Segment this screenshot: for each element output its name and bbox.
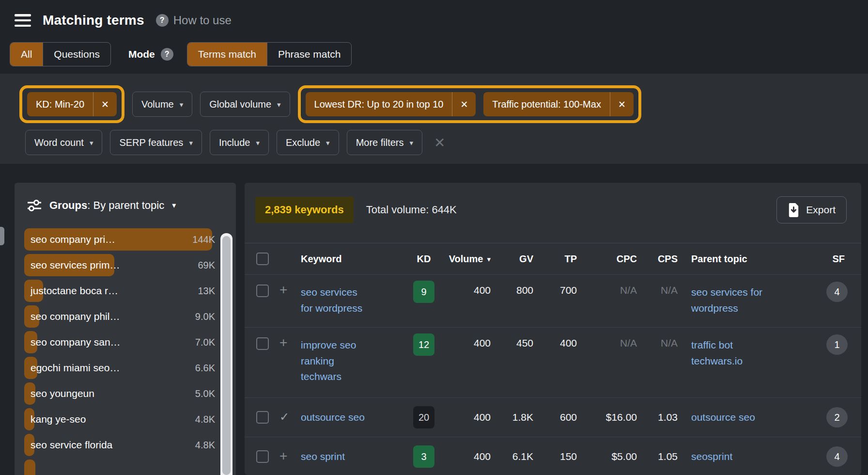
keyword-link[interactable]: outsource seo	[301, 410, 365, 426]
filter-dropdown-volume[interactable]: Volume ▾	[132, 92, 192, 117]
col-header-gv[interactable]: GV	[491, 253, 533, 265]
highlight-box-kd: KD: Min-20 ✕	[19, 85, 124, 123]
mode-question-icon[interactable]: ?	[161, 48, 173, 61]
kd-badge: 9	[413, 281, 434, 303]
add-keyword-icon[interactable]: +	[279, 448, 287, 463]
add-keyword-icon[interactable]: +	[279, 335, 287, 350]
sliders-icon	[27, 199, 42, 212]
parent-topic-link[interactable]: seosprint	[691, 449, 732, 465]
cps-value: 1.03	[637, 412, 678, 423]
cps-value: N/A	[637, 337, 678, 349]
group-item-value: 144K	[192, 228, 215, 251]
sort-caret-down-icon: ▾	[487, 255, 491, 263]
filter-row-1: KD: Min-20 ✕ Volume ▾ Global volume ▾ Lo…	[19, 85, 641, 123]
group-item[interactable]: seo services prim… 69K	[24, 254, 212, 276]
table-row: ✓ outsource seo 20 400 1.8K 600 $16.00 1…	[245, 398, 861, 437]
caret-down-icon: ▾	[326, 139, 330, 146]
col-header-cps[interactable]: CPS	[637, 253, 678, 265]
clear-filters-icon[interactable]: ✕	[434, 135, 445, 151]
kd-badge: 20	[413, 406, 434, 428]
left-edge-handle[interactable]	[0, 227, 4, 245]
filter-volume-label: Volume	[141, 99, 174, 110]
col-header-volume[interactable]: Volume ▾	[444, 253, 491, 265]
filter-dropdown-exclude[interactable]: Exclude ▾	[277, 130, 339, 155]
sidebar-scrollbar-thumb[interactable]	[222, 236, 231, 475]
caret-down-icon: ▾	[410, 139, 414, 146]
groups-selector[interactable]: Groups: By parent topic ▾	[15, 183, 236, 212]
keyword-added-check-icon[interactable]: ✓	[279, 410, 289, 423]
filter-word-count-label: Word count	[34, 137, 84, 148]
col-header-keyword[interactable]: Keyword	[301, 253, 403, 265]
caret-down-icon: ▾	[256, 139, 260, 146]
gv-value: 450	[491, 337, 533, 349]
col-header-kd[interactable]: KD	[403, 253, 444, 265]
row-checkbox[interactable]	[256, 450, 269, 463]
filter-dropdown-word-count[interactable]: Word count ▾	[25, 130, 102, 155]
volume-value: 400	[444, 337, 491, 349]
filter-chip-lowest-dr-label: Lowest DR: Up to 20 in top 10	[306, 92, 452, 116]
add-keyword-icon[interactable]: +	[279, 282, 287, 297]
group-item-label: justoctane boca r…	[31, 280, 118, 302]
tab-phrase-match[interactable]: Phrase match	[267, 43, 352, 66]
tp-value: 150	[533, 451, 577, 462]
kd-badge: 12	[413, 333, 434, 356]
group-item-value: 4.8K	[195, 408, 215, 430]
export-button[interactable]: Export	[776, 196, 847, 223]
how-to-use-link[interactable]: ? How to use	[156, 14, 232, 27]
tab-questions[interactable]: Questions	[43, 43, 110, 66]
filter-dropdown-serp-features[interactable]: SERP features ▾	[110, 130, 202, 155]
filter-dropdown-include[interactable]: Include ▾	[210, 130, 269, 155]
row-checkbox[interactable]	[256, 411, 269, 424]
parent-topic-link[interactable]: seo services for wordpress	[691, 285, 762, 316]
row-checkbox[interactable]	[256, 337, 269, 350]
sf-badge: 2	[826, 407, 848, 428]
group-item[interactable]: egochi miami seo… 6.6K	[24, 357, 212, 379]
group-item[interactable]	[24, 459, 212, 475]
parent-topic-link[interactable]: traffic bot techwars.io	[691, 337, 743, 369]
row-checkbox[interactable]	[256, 285, 269, 297]
group-item[interactable]: seo service florida 4.8K	[24, 434, 212, 456]
filter-chip-kd[interactable]: KD: Min-20 ✕	[27, 92, 117, 116]
group-item-label: seo youngeun	[31, 382, 94, 405]
scope-segmented-control: All Questions	[10, 42, 111, 66]
tp-value: 400	[533, 337, 577, 349]
filter-chip-traffic-potential[interactable]: Traffic potential: 100-Max ✕	[483, 92, 633, 116]
table-row: + seo services for wordpress 9 400 800 7…	[245, 275, 861, 328]
col-header-parent-topic[interactable]: Parent topic	[678, 253, 805, 265]
col-header-cpc[interactable]: CPC	[577, 253, 637, 265]
table-row: + seo sprint 3 400 6.1K 150 $5.00 1.05 s…	[245, 437, 861, 475]
parent-topic-link[interactable]: outsource seo	[691, 410, 755, 426]
cps-value: 1.05	[637, 451, 678, 462]
filter-chip-lowest-dr[interactable]: Lowest DR: Up to 20 in top 10 ✕	[306, 92, 476, 116]
group-item[interactable]: seo company phil… 9.0K	[24, 305, 212, 328]
filter-dropdown-more-filters[interactable]: More filters ▾	[347, 130, 422, 155]
tp-value: 600	[533, 412, 577, 423]
group-item[interactable]: seo company pri… 144K	[24, 228, 212, 251]
groups-label: Groups	[49, 199, 87, 211]
keyword-link[interactable]: seo sprint	[301, 449, 345, 465]
remove-kd-filter-icon[interactable]: ✕	[93, 92, 117, 116]
col-header-sf[interactable]: SF	[805, 253, 845, 265]
select-all-checkbox[interactable]	[256, 253, 269, 265]
group-item[interactable]: justoctane boca r… 13K	[24, 280, 212, 302]
group-item[interactable]: seo youngeun 5.0K	[24, 382, 212, 405]
keyword-link[interactable]: seo services for wordpress	[301, 285, 362, 316]
group-item-label: seo company san…	[31, 331, 121, 353]
sf-badge: 4	[826, 282, 848, 302]
caret-down-icon: ▾	[189, 139, 193, 146]
group-item[interactable]: kang ye-seo 4.8K	[24, 408, 212, 430]
cpc-value: $16.00	[577, 412, 637, 423]
group-item[interactable]: seo company san… 7.0K	[24, 331, 212, 353]
col-header-tp[interactable]: TP	[533, 253, 577, 265]
remove-traffic-potential-filter-icon[interactable]: ✕	[610, 92, 634, 116]
keyword-link[interactable]: improve seo ranking techwars	[301, 337, 356, 385]
group-item-value: 6.6K	[195, 357, 215, 379]
tab-all[interactable]: All	[10, 43, 43, 66]
tab-terms-match[interactable]: Terms match	[187, 43, 267, 66]
hamburger-menu-icon[interactable]	[15, 14, 31, 27]
volume-value: 400	[444, 451, 491, 462]
filter-dropdown-global-volume[interactable]: Global volume ▾	[200, 92, 290, 117]
sidebar-scrollbar-track[interactable]	[220, 233, 232, 475]
remove-lowest-dr-filter-icon[interactable]: ✕	[452, 92, 476, 116]
caret-down-icon: ▾	[172, 202, 176, 209]
